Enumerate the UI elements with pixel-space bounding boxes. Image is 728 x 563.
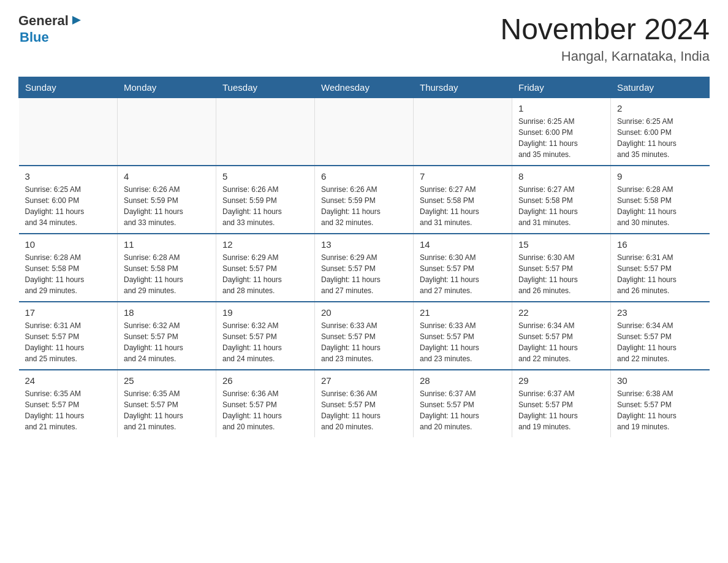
day-number: 2	[617, 103, 703, 113]
calendar-cell: 1Sunrise: 6:25 AMSunset: 6:00 PMDaylight…	[512, 98, 611, 166]
page-header: General Blue November 2024 Hangal, Karna…	[18, 12, 710, 64]
day-info: Sunrise: 6:29 AMSunset: 5:57 PMDaylight:…	[321, 252, 407, 296]
day-number: 20	[321, 307, 407, 318]
calendar-cell: 30Sunrise: 6:38 AMSunset: 5:57 PMDayligh…	[611, 370, 710, 437]
day-info: Sunrise: 6:27 AMSunset: 5:58 PMDaylight:…	[518, 184, 604, 228]
day-number: 17	[25, 307, 112, 318]
calendar-cell: 12Sunrise: 6:29 AMSunset: 5:57 PMDayligh…	[216, 234, 315, 302]
calendar-title: November 2024	[500, 12, 710, 46]
logo-arrow-icon	[70, 13, 83, 27]
day-number: 19	[222, 307, 308, 318]
day-info: Sunrise: 6:37 AMSunset: 5:57 PMDaylight:…	[420, 388, 506, 432]
day-number: 7	[420, 171, 506, 182]
day-number: 6	[321, 171, 407, 182]
week-row-5: 24Sunrise: 6:35 AMSunset: 5:57 PMDayligh…	[19, 370, 710, 437]
day-number: 30	[617, 375, 703, 386]
day-info: Sunrise: 6:33 AMSunset: 5:57 PMDaylight:…	[420, 320, 506, 364]
day-info: Sunrise: 6:28 AMSunset: 5:58 PMDaylight:…	[617, 184, 703, 228]
day-number: 21	[420, 307, 506, 318]
day-number: 10	[25, 239, 112, 250]
calendar-cell: 11Sunrise: 6:28 AMSunset: 5:58 PMDayligh…	[118, 234, 216, 302]
day-number: 4	[124, 171, 210, 182]
day-info: Sunrise: 6:37 AMSunset: 5:57 PMDaylight:…	[518, 388, 604, 432]
day-info: Sunrise: 6:26 AMSunset: 5:59 PMDaylight:…	[222, 184, 308, 228]
calendar-body: 1Sunrise: 6:25 AMSunset: 6:00 PMDaylight…	[19, 98, 710, 438]
day-info: Sunrise: 6:28 AMSunset: 5:58 PMDaylight:…	[124, 252, 210, 296]
calendar-cell: 25Sunrise: 6:35 AMSunset: 5:57 PMDayligh…	[118, 370, 216, 437]
calendar-subtitle: Hangal, Karnataka, India	[500, 48, 710, 64]
day-info: Sunrise: 6:32 AMSunset: 5:57 PMDaylight:…	[222, 320, 308, 364]
day-number: 29	[518, 375, 604, 386]
day-info: Sunrise: 6:30 AMSunset: 5:57 PMDaylight:…	[518, 252, 604, 296]
day-number: 8	[518, 171, 604, 182]
calendar-cell: 23Sunrise: 6:34 AMSunset: 5:57 PMDayligh…	[611, 302, 710, 370]
weekday-header-monday: Monday	[118, 77, 216, 98]
day-info: Sunrise: 6:34 AMSunset: 5:57 PMDaylight:…	[518, 320, 604, 364]
day-number: 5	[222, 171, 308, 182]
day-info: Sunrise: 6:36 AMSunset: 5:57 PMDaylight:…	[222, 388, 308, 432]
day-number: 28	[420, 375, 506, 386]
calendar-cell: 13Sunrise: 6:29 AMSunset: 5:57 PMDayligh…	[315, 234, 414, 302]
calendar-cell	[414, 98, 512, 166]
day-number: 11	[124, 239, 210, 250]
calendar-cell: 24Sunrise: 6:35 AMSunset: 5:57 PMDayligh…	[19, 370, 118, 437]
calendar-cell: 10Sunrise: 6:28 AMSunset: 5:58 PMDayligh…	[19, 234, 118, 302]
calendar-cell: 15Sunrise: 6:30 AMSunset: 5:57 PMDayligh…	[512, 234, 611, 302]
calendar-cell: 17Sunrise: 6:31 AMSunset: 5:57 PMDayligh…	[19, 302, 118, 370]
calendar-cell: 20Sunrise: 6:33 AMSunset: 5:57 PMDayligh…	[315, 302, 414, 370]
calendar-cell: 27Sunrise: 6:36 AMSunset: 5:57 PMDayligh…	[315, 370, 414, 437]
week-row-2: 3Sunrise: 6:25 AMSunset: 6:00 PMDaylight…	[19, 166, 710, 234]
weekday-header-wednesday: Wednesday	[315, 77, 414, 98]
logo-text-general: General	[18, 13, 69, 29]
day-number: 26	[222, 375, 308, 386]
calendar-table: SundayMondayTuesdayWednesdayThursdayFrid…	[18, 77, 710, 437]
day-number: 13	[321, 239, 407, 250]
day-info: Sunrise: 6:32 AMSunset: 5:57 PMDaylight:…	[124, 320, 210, 364]
calendar-cell: 26Sunrise: 6:36 AMSunset: 5:57 PMDayligh…	[216, 370, 315, 437]
day-info: Sunrise: 6:34 AMSunset: 5:57 PMDaylight:…	[617, 320, 703, 364]
calendar-cell: 8Sunrise: 6:27 AMSunset: 5:58 PMDaylight…	[512, 166, 611, 234]
svg-marker-0	[72, 16, 81, 25]
calendar-cell: 4Sunrise: 6:26 AMSunset: 5:59 PMDaylight…	[118, 166, 216, 234]
day-info: Sunrise: 6:25 AMSunset: 6:00 PMDaylight:…	[25, 184, 112, 228]
day-number: 16	[617, 239, 703, 250]
weekday-header-row: SundayMondayTuesdayWednesdayThursdayFrid…	[19, 77, 710, 98]
weekday-header-sunday: Sunday	[19, 77, 118, 98]
weekday-header-thursday: Thursday	[414, 77, 512, 98]
calendar-cell	[216, 98, 315, 166]
calendar-cell: 7Sunrise: 6:27 AMSunset: 5:58 PMDaylight…	[414, 166, 512, 234]
day-info: Sunrise: 6:29 AMSunset: 5:57 PMDaylight:…	[222, 252, 308, 296]
day-info: Sunrise: 6:36 AMSunset: 5:57 PMDaylight:…	[321, 388, 407, 432]
day-number: 15	[518, 239, 604, 250]
calendar-cell: 22Sunrise: 6:34 AMSunset: 5:57 PMDayligh…	[512, 302, 611, 370]
day-info: Sunrise: 6:35 AMSunset: 5:57 PMDaylight:…	[124, 388, 210, 432]
weekday-header-saturday: Saturday	[611, 77, 710, 98]
day-info: Sunrise: 6:25 AMSunset: 6:00 PMDaylight:…	[518, 116, 604, 160]
calendar-header: SundayMondayTuesdayWednesdayThursdayFrid…	[19, 77, 710, 98]
title-section: November 2024 Hangal, Karnataka, India	[500, 12, 710, 64]
calendar-cell: 29Sunrise: 6:37 AMSunset: 5:57 PMDayligh…	[512, 370, 611, 437]
day-info: Sunrise: 6:33 AMSunset: 5:57 PMDaylight:…	[321, 320, 407, 364]
day-number: 1	[518, 103, 604, 113]
day-number: 24	[25, 375, 112, 386]
logo-text-blue: Blue	[20, 29, 49, 45]
calendar-cell: 2Sunrise: 6:25 AMSunset: 6:00 PMDaylight…	[611, 98, 710, 166]
calendar-cell	[315, 98, 414, 166]
day-number: 27	[321, 375, 407, 386]
day-info: Sunrise: 6:38 AMSunset: 5:57 PMDaylight:…	[617, 388, 703, 432]
logo: General Blue	[18, 12, 83, 45]
calendar-cell: 9Sunrise: 6:28 AMSunset: 5:58 PMDaylight…	[611, 166, 710, 234]
day-number: 3	[25, 171, 112, 182]
day-info: Sunrise: 6:31 AMSunset: 5:57 PMDaylight:…	[617, 252, 703, 296]
calendar-cell: 19Sunrise: 6:32 AMSunset: 5:57 PMDayligh…	[216, 302, 315, 370]
calendar-cell: 5Sunrise: 6:26 AMSunset: 5:59 PMDaylight…	[216, 166, 315, 234]
calendar-cell: 6Sunrise: 6:26 AMSunset: 5:59 PMDaylight…	[315, 166, 414, 234]
weekday-header-friday: Friday	[512, 77, 611, 98]
week-row-3: 10Sunrise: 6:28 AMSunset: 5:58 PMDayligh…	[19, 234, 710, 302]
day-info: Sunrise: 6:28 AMSunset: 5:58 PMDaylight:…	[25, 252, 112, 296]
day-number: 12	[222, 239, 308, 250]
day-number: 9	[617, 171, 703, 182]
calendar-cell: 16Sunrise: 6:31 AMSunset: 5:57 PMDayligh…	[611, 234, 710, 302]
day-number: 25	[124, 375, 210, 386]
week-row-4: 17Sunrise: 6:31 AMSunset: 5:57 PMDayligh…	[19, 302, 710, 370]
